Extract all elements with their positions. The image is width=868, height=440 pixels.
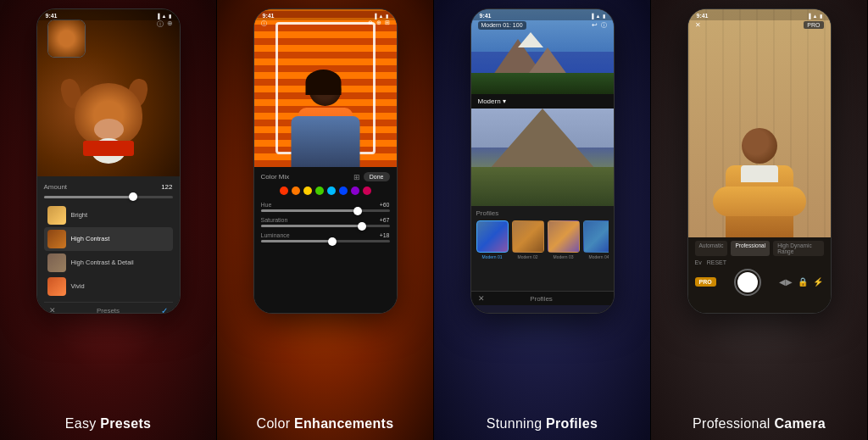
profile-thumb-3[interactable]: Modern 03	[548, 220, 580, 259]
color-dot-orange[interactable]	[292, 187, 300, 195]
grid-icon-cm: ⊞	[353, 173, 360, 181]
done-button[interactable]: Done	[364, 172, 390, 181]
status-time-4: 9:41	[697, 13, 709, 19]
profile-strip: Profiles Modern 01 Modern 02	[471, 206, 614, 291]
presets-label: Presets	[56, 307, 161, 313]
preset-bright[interactable]: Bright	[44, 203, 173, 227]
amount-value: 122	[161, 183, 172, 191]
phone-frame-3: 9:41 ▐ ▲ ▮ Modern 01: 100 ↩ ⓘ	[470, 8, 615, 314]
person-hair	[306, 70, 342, 95]
phone4-screen: 9:41 ▐ ▲ ▮ ✕ PRO	[688, 9, 831, 313]
presets-controls: Amount 122 Bright Hig	[37, 176, 180, 313]
cam-option-professional[interactable]: Professional	[731, 241, 770, 256]
close-profiles[interactable]: ✕	[478, 294, 485, 303]
dog-photo: ⓘ ⊕	[37, 9, 180, 176]
luminance-slider-group: Luminance +18	[261, 232, 390, 242]
color-dot-blue[interactable]	[339, 187, 348, 195]
check-mark[interactable]: ✓	[161, 306, 168, 313]
lum-label: Luminance	[261, 232, 290, 238]
phone-frame-4: 9:41 ▐ ▲ ▮ ✕ PRO	[687, 8, 832, 314]
preset-thumb-hc	[47, 230, 66, 248]
color-dot-green[interactable]	[315, 187, 324, 195]
cam-option-hdr[interactable]: High Dynamic Range	[773, 241, 823, 256]
hue-slider[interactable]	[261, 209, 390, 212]
mountain-body	[471, 43, 614, 94]
lock-icon[interactable]: 🔒	[798, 277, 808, 287]
profile-label-2: Modern 02	[512, 254, 544, 259]
flash-icon[interactable]: ⚡	[813, 277, 823, 287]
profile-thumb-img-2	[512, 220, 544, 253]
panel-color-enhancements: 9:41 ▐ ▲ ▮	[217, 0, 434, 440]
caption-1: Easy Presets	[65, 409, 151, 440]
color-dot-yellow[interactable]	[303, 187, 312, 195]
dog-head	[75, 83, 142, 147]
wifi-icon-2: ▲	[379, 14, 384, 19]
profile-thumb-2[interactable]: Modern 02	[512, 220, 544, 259]
cam-option-automatic[interactable]: Automatic	[695, 241, 728, 256]
caption-bold-1: Presets	[100, 416, 151, 431]
reset-label[interactable]: RESET	[707, 259, 726, 265]
preset-name-vivid: Vivid	[71, 282, 85, 290]
presets-bottom-bar: ✕ Presets ✓	[44, 302, 173, 313]
status-time-2: 9:41	[263, 13, 275, 19]
caption-3: Stunning Profiles	[487, 409, 598, 440]
photo-icon-grid: ⊞	[385, 19, 390, 28]
flip-icon[interactable]: ◀▶	[779, 277, 793, 287]
color-dot-red[interactable]	[280, 187, 288, 195]
person-jacket	[291, 116, 359, 167]
signal-icon-2: ▐	[373, 14, 376, 19]
phone1-screen: 9:41 ▐ ▲ ▮ ⓘ ⊕	[37, 9, 180, 313]
profile-thumb-4[interactable]: Modern 04	[583, 220, 609, 259]
hue-label-row: Hue +60	[261, 202, 390, 208]
signal-icon-4: ▐	[807, 14, 810, 19]
status-time-1: 9:41	[46, 13, 58, 19]
phone-frame-1: 9:41 ▐ ▲ ▮ ⓘ ⊕	[36, 8, 181, 314]
preset-high-contrast-detail[interactable]: High Contrast & Detail	[44, 251, 173, 275]
close-icon-4[interactable]: ✕	[695, 21, 701, 29]
caption-text-4: Professional Camera	[693, 416, 826, 431]
luminance-slider[interactable]	[261, 240, 390, 242]
profiles-footer-label: Profiles	[530, 295, 553, 303]
sat-label-row: Saturation +67	[261, 217, 390, 223]
color-dot-cyan[interactable]	[327, 187, 336, 195]
phone-1: 9:41 ▐ ▲ ▮ ⓘ ⊕	[36, 8, 181, 314]
status-time-3: 9:41	[480, 13, 492, 19]
preset-vivid[interactable]: Vivid	[44, 275, 173, 298]
dog-snout	[94, 119, 124, 140]
main-mountain-photo	[471, 109, 614, 206]
amount-slider[interactable]	[44, 196, 173, 198]
caption-prefix-2: Color	[257, 416, 294, 431]
preset-name-hcd: High Contrast & Detail	[71, 259, 134, 266]
phone-frame-2: 9:41 ▐ ▲ ▮	[253, 8, 398, 314]
ev-label: Ev	[695, 259, 702, 265]
more-icon: ⊕	[167, 19, 173, 29]
close-x[interactable]: ✕	[49, 306, 56, 313]
signal-icon-1: ▐	[156, 14, 159, 19]
color-mix-label: Color Mix	[261, 173, 290, 181]
pro-badge: PRO	[804, 21, 823, 29]
battery-icon-1: ▮	[169, 13, 171, 19]
filter-mode-label[interactable]: Modern ▾	[478, 97, 506, 105]
camera-options-row: Automatic Professional High Dynamic Rang…	[695, 241, 824, 256]
sat-value: +67	[380, 217, 390, 223]
camera-controls: Automatic Professional High Dynamic Rang…	[688, 237, 831, 314]
profile-thumb-1[interactable]: Modern 01	[476, 220, 509, 259]
caption-prefix-4: Professional	[693, 416, 774, 431]
profile-label-4: Modern 04	[583, 254, 609, 259]
caption-text-3: Stunning Profiles	[487, 416, 598, 431]
saturation-slider[interactable]	[261, 225, 390, 227]
amount-label: Amount	[44, 183, 68, 191]
color-dot-magenta[interactable]	[363, 187, 371, 195]
dog-scarf	[83, 141, 134, 156]
profile-thumb-img-1	[476, 220, 509, 253]
preset-high-contrast[interactable]: High Contrast	[44, 227, 173, 251]
preset-name-bright: Bright	[71, 211, 88, 219]
caption-bold-4: Camera	[774, 416, 826, 431]
undo-icon[interactable]: ↩	[592, 21, 598, 30]
profiles-header: Profiles	[476, 209, 609, 217]
shutter-button[interactable]	[734, 269, 761, 296]
hue-slider-group: Hue +60	[261, 202, 390, 212]
filter-mode-bar: Modern ▾	[471, 94, 614, 109]
color-dot-purple[interactable]	[351, 187, 359, 195]
person-silhouette	[298, 74, 353, 167]
